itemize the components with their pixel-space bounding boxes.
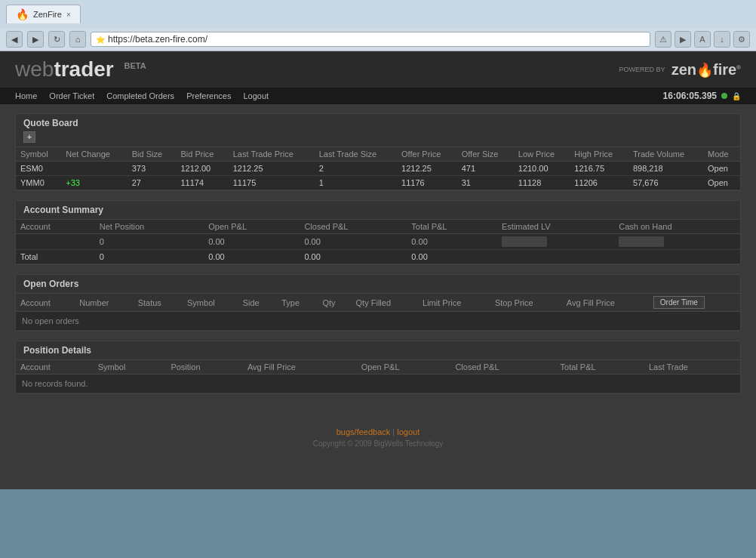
esm0-last-trade-price: 1212.25 [229,162,315,176]
col-trade-volume: Trade Volume [628,147,703,162]
address-bar[interactable]: ⭐ https://beta.zen-fire.com/ [91,32,650,47]
col-bid-price: Bid Price [176,147,228,162]
account-summary-title: Account Summary [23,205,103,215]
acct-total-row: Total 0 0.00 0.00 0.00 [16,250,740,264]
acct-col-account: Account [16,220,95,234]
forward-button[interactable]: ▶ [27,31,44,48]
nav-completed-orders[interactable]: Completed Orders [106,91,174,100]
acct-total-estimated-lv [497,250,614,264]
orders-col-limit-price: Limit Price [418,294,490,312]
account-summary-table-wrapper: Account Net Position Open P&L Closed P&L… [16,220,740,264]
pos-col-avg-fill-price: Avg Fill Price [243,360,357,375]
back-button[interactable]: ◀ [6,31,23,48]
esm0-offer-size: 471 [457,162,514,176]
orders-col-stop-price: Stop Price [490,294,562,312]
orders-col-symbol: Symbol [183,294,238,312]
logo-beta: BETA [124,61,146,70]
acct-col-cash-on-hand: Cash on Hand [614,220,740,234]
col-bid-size: Bid Size [128,147,177,162]
nav-logout[interactable]: Logout [243,91,269,100]
nav-order-ticket[interactable]: Order Ticket [49,91,94,100]
download-icon[interactable]: ↓ [714,31,730,48]
orders-col-order-time: Order Time [649,294,740,312]
acct-closed-pl: 0.00 [300,234,407,250]
open-orders-table-wrapper: Account Number Status Symbol Side Type Q… [16,294,740,331]
acct-account-name [16,234,95,250]
quote-board-table: Symbol Net Change Bid Size Bid Price Las… [16,147,740,190]
col-symbol: Symbol [16,147,61,162]
bugs-feedback-link[interactable]: bugs/feedback [337,427,391,436]
translate-icon[interactable]: A [694,31,711,48]
acct-col-closed-pl: Closed P&L [300,220,407,234]
logo-web: web [15,57,54,81]
position-details-table-wrapper: Account Symbol Position Avg Fill Price O… [16,360,740,393]
app-nav: Home Order Ticket Completed Orders Prefe… [0,88,756,104]
add-quote-button[interactable]: + [23,131,35,143]
tools-icon[interactable]: ⚙ [733,31,750,48]
pos-col-closed-pl: Closed P&L [450,360,555,375]
footer: bugs/feedback | logout Copyright © 2009 … [0,412,756,463]
ymm0-symbol: YMM0 [16,176,61,190]
no-positions-message: No records found. [16,375,740,393]
clock-area: 16:06:05.395 🔒 [663,91,741,101]
ssl-lock-icon: ⭐ [96,35,105,44]
open-orders-table: Account Number Status Symbol Side Type Q… [16,294,740,331]
footer-logout-link[interactable]: logout [397,427,419,436]
acct-col-net-position: Net Position [95,220,204,234]
position-details-table: Account Symbol Position Avg Fill Price O… [16,360,740,393]
warning-icon[interactable]: ⚠ [655,31,671,48]
acct-col-estimated-lv: Estimated LV [497,220,614,234]
home-button[interactable]: ⌂ [69,31,86,48]
refresh-button[interactable]: ↻ [48,31,65,48]
open-orders-section: Open Orders Account Number Status Symbol… [15,274,741,331]
cash-on-hand-masked [619,236,664,247]
col-offer-price: Offer Price [397,147,457,162]
ymm0-mode: Open [703,176,740,190]
footer-copyright: Copyright © 2009 BigWells Technology [15,439,741,448]
acct-net-position: 0 [95,234,204,250]
browser-tab[interactable]: 🔥 ZenFire × [6,5,81,23]
nav-preferences[interactable]: Preferences [186,91,231,100]
play-icon[interactable]: ▶ [675,31,691,48]
esm0-symbol: ESM0 [16,162,61,176]
orders-col-side: Side [238,294,278,312]
clock-display: 16:06:05.395 [663,91,717,101]
app-logo: webtrader BETA [15,57,146,82]
ymm0-high-price: 11206 [570,176,628,190]
app-header: webtrader BETA POWERED BY zen🔥fire® [0,51,756,88]
acct-cash-on-hand [614,234,740,250]
orders-col-avg-fill-price: Avg Fill Price [562,294,649,312]
pos-col-open-pl: Open P&L [357,360,451,375]
esm0-net-change [61,162,127,176]
tab-close-button[interactable]: × [66,11,71,19]
zenfire-logo: zen🔥fire® [671,61,741,79]
esm0-last-trade-size: 2 [315,162,397,176]
nav-home[interactable]: Home [15,91,37,100]
col-net-change: Net Change [61,147,127,162]
url-text: https://beta.zen-fire.com/ [108,34,207,45]
browser-toolbar-icons: ⚠ ▶ A ↓ ⚙ [655,31,750,48]
quote-row-esm0: ESM0 373 1212.00 1212.25 2 1212.25 471 1… [16,162,740,176]
esm0-mode: Open [703,162,740,176]
ymm0-net-change: +33 [61,176,127,190]
acct-total-closed-pl: 0.00 [300,250,407,264]
powered-by-area: POWERED BY zen🔥fire® [619,61,741,79]
zenfire-favicon: 🔥 [16,8,29,20]
acct-estimated-lv [497,234,614,250]
order-time-sort-button[interactable]: Order Time [653,296,705,309]
open-orders-title: Open Orders [23,279,78,289]
footer-separator: | [390,427,397,436]
col-mode: Mode [703,147,740,162]
orders-col-qty: Qty [318,294,351,312]
account-summary-table: Account Net Position Open P&L Closed P&L… [16,220,740,264]
acct-total-pl: 0.00 [407,234,497,250]
ymm0-last-trade-size: 1 [315,176,397,190]
ymm0-bid-price: 11174 [176,176,228,190]
quote-board-section: Quote Board + Symbol Net Change Bid Size… [15,113,741,191]
pos-col-symbol: Symbol [94,360,167,375]
tab-title: ZenFire [33,10,62,19]
no-open-orders-message: No open orders [16,312,740,331]
orders-col-number: Number [75,294,133,312]
col-low-price: Low Price [514,147,570,162]
acct-total-net-position: 0 [95,250,204,264]
